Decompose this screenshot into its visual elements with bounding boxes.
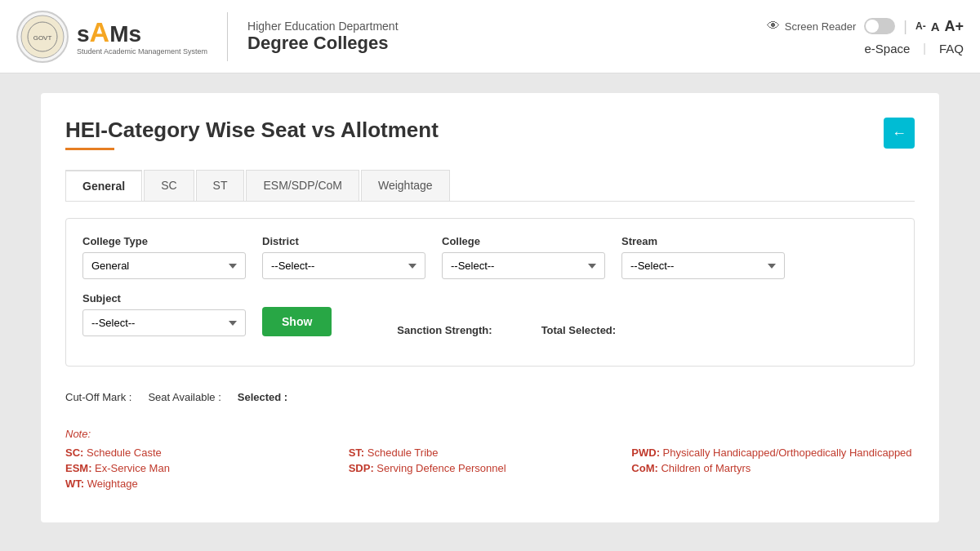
district-group: District --Select-- bbox=[262, 235, 425, 279]
dept-bottom-line: Degree Colleges bbox=[247, 33, 398, 54]
sanction-strength-label: Sanction Strength: bbox=[397, 324, 492, 336]
note-grid: SC: Schedule Caste ST: Schedule Tribe PW… bbox=[65, 447, 915, 490]
header-left: GOVT sAMs Student Academic Management Sy… bbox=[16, 11, 399, 63]
screen-reader-control: 👁 Screen Reader bbox=[767, 19, 856, 33]
header-nav: e-Space | FAQ bbox=[864, 42, 964, 56]
stream-group: Stream --Select-- bbox=[621, 235, 785, 279]
tabs: General SC ST ESM/SDP/CoM Weightage bbox=[65, 170, 915, 202]
note-esm: ESM: Ex-Service Man bbox=[65, 462, 349, 474]
screen-reader-icon: 👁 bbox=[767, 19, 780, 33]
header-top-right: 👁 Screen Reader | A- A A+ bbox=[767, 18, 964, 35]
logo-emblem: GOVT bbox=[16, 11, 69, 63]
note-com: CoM: Children of Martyrs bbox=[631, 462, 915, 474]
tab-weightage[interactable]: Weightage bbox=[361, 170, 450, 201]
note-sc: SC: Schedule Caste bbox=[65, 447, 349, 459]
header: GOVT sAMs Student Academic Management Sy… bbox=[0, 0, 980, 73]
dept-title: Higher Education Department Degree Colle… bbox=[247, 20, 398, 54]
espace-link[interactable]: e-Space bbox=[864, 42, 910, 56]
college-label: College bbox=[442, 235, 605, 247]
filter-row-1: College Type General Autonomous Aided Go… bbox=[82, 235, 898, 279]
stream-select[interactable]: --Select-- bbox=[621, 252, 785, 279]
college-type-group: College Type General Autonomous Aided Go… bbox=[82, 235, 246, 279]
page-title: HEI-Category Wise Seat vs Allotment bbox=[65, 118, 915, 143]
college-group: College --Select-- bbox=[442, 235, 605, 279]
note-sdp: SDP: Serving Defence Personnel bbox=[349, 462, 632, 474]
subject-select[interactable]: --Select-- bbox=[82, 309, 246, 336]
nav-separator: | bbox=[923, 42, 926, 55]
dept-top-line: Higher Education Department bbox=[247, 20, 398, 33]
bottom-section: Cut-Off Mark : Seat Available : Selected… bbox=[65, 383, 915, 411]
note-heading: Note: bbox=[65, 428, 915, 440]
tab-general[interactable]: General bbox=[65, 170, 142, 201]
college-type-label: College Type bbox=[82, 235, 246, 247]
font-decrease-button[interactable]: A- bbox=[915, 20, 926, 32]
faq-link[interactable]: FAQ bbox=[939, 42, 964, 56]
logo-subtitle: Student Academic Management System bbox=[77, 47, 207, 56]
font-size-controls: A- A A+ bbox=[915, 18, 964, 35]
show-button[interactable]: Show bbox=[262, 307, 332, 336]
tab-esm-sdp-com[interactable]: ESM/SDP/CoM bbox=[246, 170, 359, 201]
cutoff-mark-label: Cut-Off Mark : bbox=[65, 391, 131, 403]
note-wt: WT: Weightage bbox=[65, 478, 349, 490]
district-select[interactable]: --Select-- bbox=[262, 252, 425, 279]
note-pwd: PWD: Physically Handicapped/Orthopedical… bbox=[631, 447, 915, 459]
subject-group: Subject --Select-- bbox=[82, 292, 246, 336]
main-content: HEI-Category Wise Seat vs Allotment ← Ge… bbox=[41, 93, 939, 522]
header-right: 👁 Screen Reader | A- A A+ e-Space | FAQ bbox=[767, 18, 964, 56]
college-type-select[interactable]: General Autonomous Aided Government bbox=[82, 252, 246, 279]
filter-row-2: Subject --Select-- Show Sanction Strengt… bbox=[82, 292, 898, 336]
district-label: District bbox=[262, 235, 425, 247]
screen-reader-toggle[interactable] bbox=[864, 18, 895, 34]
back-button[interactable]: ← bbox=[884, 118, 915, 149]
filter-box: College Type General Autonomous Aided Go… bbox=[65, 218, 915, 367]
svg-text:GOVT: GOVT bbox=[33, 34, 52, 42]
header-divider bbox=[227, 12, 228, 61]
subject-label: Subject bbox=[82, 292, 246, 304]
total-selected-label: Total Selected: bbox=[541, 324, 617, 336]
font-increase-button[interactable]: A+ bbox=[944, 18, 964, 35]
screen-reader-label-text: Screen Reader bbox=[785, 20, 856, 33]
logo-text: sAMs bbox=[77, 18, 207, 46]
font-normal-button[interactable]: A bbox=[931, 20, 940, 33]
logo-area: GOVT sAMs Student Academic Management Sy… bbox=[16, 11, 207, 63]
note-st: ST: Schedule Tribe bbox=[349, 447, 632, 459]
stream-label: Stream bbox=[621, 235, 785, 247]
title-underline bbox=[65, 148, 114, 150]
selected-label: Selected : bbox=[238, 391, 287, 403]
tab-st[interactable]: ST bbox=[196, 170, 245, 201]
college-select[interactable]: --Select-- bbox=[442, 252, 605, 279]
seat-available-label: Seat Available : bbox=[148, 391, 220, 403]
tab-sc[interactable]: SC bbox=[144, 170, 194, 201]
header-separator: | bbox=[903, 18, 907, 35]
